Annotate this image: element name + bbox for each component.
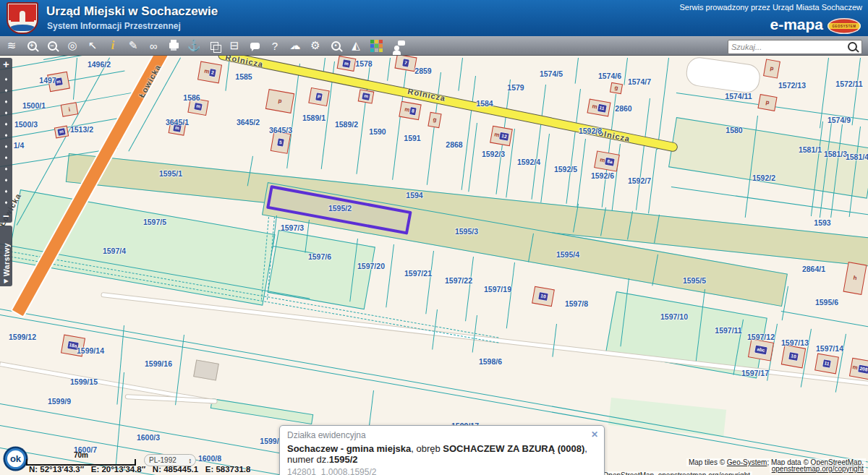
zoom-in-icon[interactable]: +	[25, 38, 39, 54]
cloud-arrow-glyph: ↓	[293, 44, 296, 51]
settings-gear-icon[interactable]: ⚙	[308, 38, 323, 54]
district-name: SOCHACZEW ZA BZURĄ (0008)	[443, 443, 584, 454]
map-land-polygon	[608, 398, 726, 437]
building-address-chip: m	[57, 127, 65, 135]
building-address-chip: 11	[597, 104, 606, 112]
parcel-label: 1597/11	[715, 326, 741, 335]
building: m208	[849, 358, 868, 380]
building: i	[61, 102, 79, 117]
close-icon[interactable]: ✕	[591, 429, 598, 440]
info-icon[interactable]: i	[106, 38, 120, 54]
parcel-label: 1592/3	[482, 150, 505, 158]
building: m12	[490, 126, 513, 146]
parcel-label: 1597/21	[404, 269, 432, 278]
parcel-label: 1597/10	[660, 312, 688, 321]
search-area-dot: •	[334, 43, 336, 49]
building-address-chip: m	[362, 92, 370, 100]
parcel-label: 3645/3	[269, 126, 292, 134]
building-address-chip: 2	[209, 69, 216, 77]
building-address-chip: 12	[500, 132, 509, 140]
extent-select-icon[interactable]: ◎	[65, 38, 80, 54]
help-icon[interactable]: ?	[268, 38, 282, 54]
zoom-slider-track[interactable]	[0, 71, 12, 210]
link-icon[interactable]: ∞	[146, 38, 161, 54]
geo-system-link[interactable]: Geo-System	[727, 458, 767, 466]
parcel-label: 2860	[615, 104, 631, 113]
parcel-boundary-line	[506, 262, 515, 328]
parcel-label: 1592/7	[628, 176, 651, 185]
parcel-boundary-line	[425, 251, 434, 314]
search-icon[interactable]	[848, 42, 857, 51]
layout-panels-icon[interactable]: ⊟	[227, 38, 242, 54]
parcel-label: 1597/13	[781, 338, 809, 347]
building: h	[843, 262, 867, 295]
crs-selector[interactable]: PL-1992 ▴▾	[144, 454, 196, 466]
zoom-out-minus: −	[50, 43, 54, 49]
parcel-label: 1580	[726, 126, 742, 134]
parcel-description: Sochaczew - gmina miejska, obręb SOCHACZ…	[287, 443, 597, 465]
parcel-label: 1574/11	[725, 92, 752, 100]
map-canvas[interactable]: mimm2mmpPmm7m8gm12m11gppm8a1018a5abc1011…	[0, 0, 868, 475]
parcel-label: 1592/6	[591, 171, 614, 180]
parcel-boundary-line	[465, 257, 474, 321]
parcel-label: 1600/3	[137, 433, 160, 442]
search-input[interactable]	[728, 43, 848, 51]
building: 10	[781, 345, 806, 369]
zoom-in-button[interactable]: +	[3, 58, 9, 71]
crs-value: PL-1992	[149, 456, 176, 464]
ok-button[interactable]: ok	[5, 448, 26, 469]
parcel-label: 1597/6	[308, 252, 331, 261]
parcel-label: 1595/1	[159, 169, 182, 178]
parcel-label: 1500/1	[22, 101, 46, 110]
parcel-label: 1581/1	[799, 145, 822, 154]
building: g	[427, 112, 441, 128]
parcel-label: 1592/4	[517, 158, 540, 166]
parcel-boundary-line	[657, 58, 669, 150]
legend-grid-icon[interactable]	[369, 38, 383, 54]
layers-panel-tab[interactable]: Warstwy ▶	[0, 226, 12, 286]
parcel-boundary-line	[540, 134, 550, 202]
building-letter: p	[278, 98, 282, 105]
parcel-label: 1597/5	[143, 218, 166, 226]
zoom-out-icon[interactable]: −	[45, 38, 59, 54]
building: m8	[399, 101, 421, 121]
measure-icon[interactable]: ✎	[126, 38, 140, 54]
scale-label: 70m	[26, 451, 136, 459]
prism-3d-icon[interactable]: ◭	[349, 38, 363, 54]
parcel-label: 1597/20	[357, 262, 385, 270]
search-area-icon[interactable]: •	[328, 38, 343, 54]
parcel-boundary-line	[427, 72, 441, 185]
parcel-label: 1500/3	[14, 120, 38, 129]
building	[193, 359, 219, 380]
layers-icon[interactable]: ≋	[4, 38, 19, 54]
print-icon[interactable]	[166, 38, 181, 54]
parcel-label: 1597/14	[816, 344, 843, 353]
building-letter: p	[765, 100, 770, 106]
zoom-slider-bar: + −	[0, 58, 12, 223]
contact-person-icon[interactable]	[389, 38, 404, 54]
zoom-out-button[interactable]: −	[3, 210, 9, 223]
pointer-icon[interactable]: ↖	[85, 38, 100, 54]
parcel-label: 1597/12	[747, 333, 775, 341]
search-box	[728, 40, 862, 54]
comment-icon[interactable]	[247, 38, 262, 54]
parcel-label: 1599/9	[48, 397, 71, 406]
crs-spinner-icon[interactable]: ▴▾	[189, 458, 191, 463]
parcel-boundary-line	[781, 311, 868, 330]
parcel-label: 1578	[355, 59, 372, 68]
parcel-label: 1599/12	[9, 333, 36, 341]
parcel-label: 1598/6	[479, 357, 502, 366]
app-header: Urząd Miejski w Sochaczewie System Infor…	[0, 0, 868, 36]
osm-copyright-link[interactable]: openstreetmap.org/copyright	[772, 465, 864, 473]
copy-view-icon[interactable]	[207, 38, 221, 54]
building-address-chip: 10	[789, 352, 799, 360]
building: abc	[748, 338, 774, 361]
building-address-chip: 5	[277, 139, 284, 147]
zoom-in-plus: +	[30, 43, 33, 49]
parcel-boundary-line	[386, 244, 394, 308]
building: m	[337, 56, 357, 72]
download-cloud-icon[interactable]: ☁↓	[288, 38, 302, 54]
anchor-icon[interactable]: ⚓	[187, 38, 201, 54]
building: m11	[587, 99, 610, 117]
parcel-label: 1597/3	[281, 223, 304, 232]
